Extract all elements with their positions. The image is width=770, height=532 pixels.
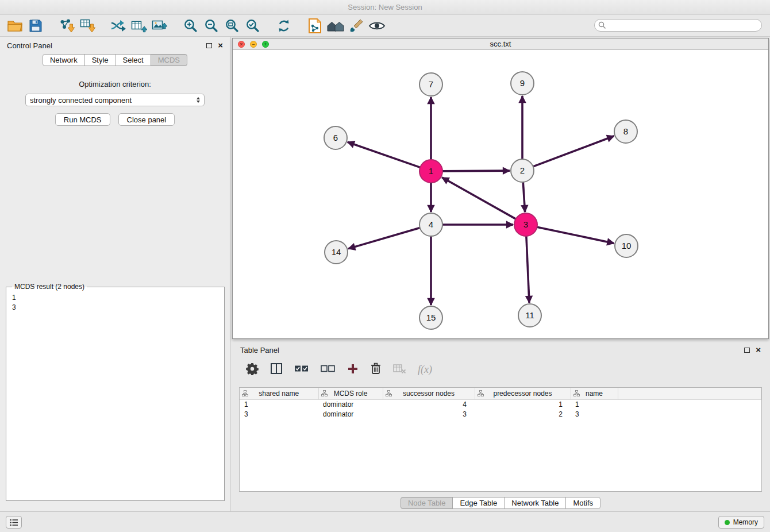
cell-successor_nodes[interactable]: 4 <box>383 399 475 409</box>
tab-network[interactable]: Network <box>43 54 85 66</box>
add-column-icon[interactable] <box>347 363 359 376</box>
tab-style[interactable]: Style <box>84 54 116 66</box>
optimization-label: Optimization criterion: <box>0 80 230 88</box>
column-header-shared_name[interactable]: shared name <box>240 388 318 399</box>
cell-filler <box>618 409 761 419</box>
svg-text:3: 3 <box>523 219 528 229</box>
cell-shared_name[interactable]: 1 <box>240 399 318 409</box>
delete-icon[interactable] <box>371 363 381 376</box>
show-columns-icon[interactable] <box>271 363 282 376</box>
cell-name[interactable]: 1 <box>571 399 618 409</box>
cell-successor_nodes[interactable]: 3 <box>383 409 475 419</box>
column-header-successor_nodes[interactable]: successor nodes <box>383 388 475 399</box>
cell-filler <box>618 399 761 409</box>
memory-label: Memory <box>733 518 758 526</box>
column-header-predecessor_nodes[interactable]: predecessor nodes <box>475 388 571 399</box>
tab-edge-table[interactable]: Edge Table <box>452 497 505 509</box>
cell-shared_name[interactable]: 3 <box>240 409 318 419</box>
close-window-icon[interactable]: × <box>238 41 245 48</box>
edge-2-8[interactable] <box>533 136 614 167</box>
svg-text:9: 9 <box>520 78 525 88</box>
column-header-name[interactable]: name <box>571 388 618 399</box>
svg-text:1: 1 <box>429 166 433 176</box>
table-toolbar: f(x) <box>232 357 769 381</box>
edge-3-11[interactable] <box>526 236 529 303</box>
edge-1-6[interactable] <box>348 142 420 167</box>
node-7[interactable]: 7 <box>419 73 442 96</box>
import-table-icon[interactable] <box>77 16 98 36</box>
tab-select[interactable]: Select <box>116 54 151 66</box>
cell-name[interactable]: 3 <box>571 409 618 419</box>
criterion-dropdown[interactable]: strongly connected component <box>25 94 205 106</box>
node-4[interactable]: 4 <box>419 213 442 236</box>
float-table-panel-icon[interactable] <box>744 348 750 353</box>
zoom-out-icon[interactable] <box>201 16 222 36</box>
node-11[interactable]: 11 <box>518 304 541 327</box>
zoom-selected-icon[interactable] <box>242 16 263 36</box>
cell-predecessor_nodes[interactable]: 1 <box>475 399 571 409</box>
tab-network-table[interactable]: Network Table <box>504 497 566 509</box>
table-row[interactable]: 3dominator323 <box>240 409 761 419</box>
open-file-icon[interactable] <box>5 16 25 36</box>
close-panel-button[interactable]: Close panel <box>118 113 175 126</box>
network-canvas[interactable]: 7968124314101511 <box>233 50 768 338</box>
edge-4-14[interactable] <box>348 228 420 249</box>
cell-mcds_role[interactable]: dominator <box>318 409 383 419</box>
node-15[interactable]: 15 <box>419 306 442 329</box>
table-settings-gear-icon[interactable] <box>246 363 259 377</box>
tab-motifs[interactable]: Motifs <box>565 497 600 509</box>
mcds-result-line: 1 <box>10 293 221 303</box>
criterion-value: strongly connected component <box>30 96 197 105</box>
column-header-mcds_role[interactable]: MCDS role <box>318 388 383 399</box>
run-mcds-button[interactable]: Run MCDS <box>55 113 110 126</box>
memory-button[interactable]: Memory <box>718 516 764 529</box>
maximize-window-icon[interactable]: + <box>262 41 269 48</box>
houses-icon[interactable] <box>325 16 346 36</box>
export-image-icon[interactable] <box>149 16 170 36</box>
document-network-icon[interactable] <box>305 16 325 36</box>
select-all-icon[interactable] <box>294 365 309 375</box>
mcds-result-line: 3 <box>10 303 221 313</box>
node-14[interactable]: 14 <box>325 241 348 264</box>
node-2[interactable]: 2 <box>511 159 534 182</box>
cell-mcds_role[interactable]: dominator <box>318 399 383 409</box>
node-6[interactable]: 6 <box>324 126 347 149</box>
import-network-icon[interactable] <box>56 16 77 36</box>
deselect-all-icon[interactable] <box>321 365 335 375</box>
node-8[interactable]: 8 <box>614 120 637 143</box>
tab-mcds[interactable]: MCDS <box>151 54 187 66</box>
svg-text:11: 11 <box>525 310 534 320</box>
float-panel-icon[interactable] <box>206 43 212 48</box>
cell-predecessor_nodes[interactable]: 2 <box>475 409 571 419</box>
node-1[interactable]: 1 <box>419 160 442 183</box>
svg-text:2: 2 <box>520 165 525 175</box>
edge-2-3[interactable] <box>523 182 525 212</box>
table-row[interactable]: 1dominator411 <box>240 399 761 409</box>
edge-1-2[interactable] <box>442 171 510 171</box>
close-table-panel-icon[interactable]: × <box>756 347 761 353</box>
minimize-window-icon[interactable]: – <box>250 41 257 48</box>
save-icon[interactable] <box>25 16 46 36</box>
export-network-icon[interactable] <box>108 16 129 36</box>
node-10[interactable]: 10 <box>615 234 638 257</box>
zoom-in-icon[interactable] <box>180 16 201 36</box>
node-3[interactable]: 3 <box>514 213 537 236</box>
eye-icon[interactable] <box>367 16 387 36</box>
function-builder-icon: f(x) <box>418 364 432 376</box>
refresh-icon[interactable] <box>274 16 294 36</box>
edge-3-1[interactable] <box>442 178 515 219</box>
edge-3-10[interactable] <box>537 227 614 243</box>
export-table-icon[interactable] <box>129 16 149 36</box>
control-panel-tabs: Network Style Select MCDS <box>0 54 230 66</box>
style-brush-icon[interactable] <box>346 16 367 36</box>
dropdown-stepper-icon <box>197 97 200 103</box>
svg-text:7: 7 <box>429 79 433 89</box>
tab-node-table[interactable]: Node Table <box>401 497 453 509</box>
zoom-fit-icon[interactable] <box>222 16 242 36</box>
search-input[interactable] <box>594 19 762 32</box>
task-history-button[interactable] <box>6 516 22 529</box>
node-9[interactable]: 9 <box>511 72 534 95</box>
close-panel-icon[interactable]: × <box>218 43 223 48</box>
svg-text:4: 4 <box>429 219 433 229</box>
node-table: shared nameMCDS rolesuccessor nodesprede… <box>239 387 762 492</box>
